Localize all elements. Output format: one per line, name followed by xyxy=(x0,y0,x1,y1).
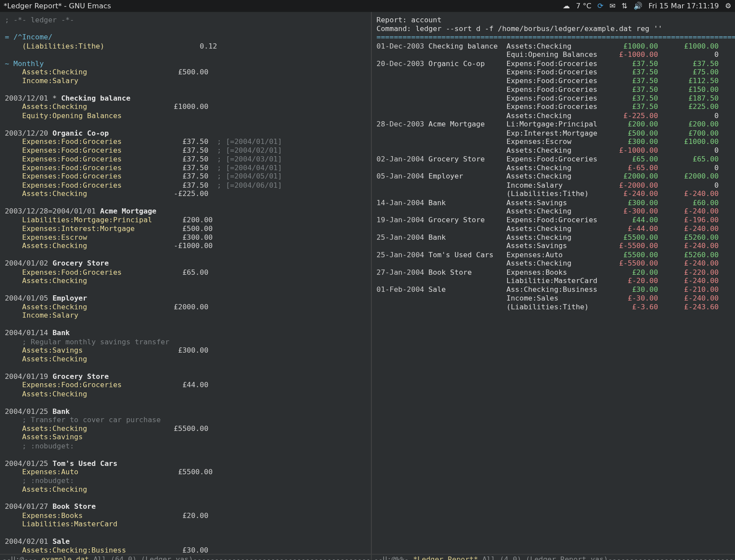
source-line[interactable]: ~ Monthly xyxy=(5,59,366,68)
source-line[interactable]: Expenses:Interest:Mortgage £500.00 xyxy=(5,224,366,233)
source-line[interactable] xyxy=(5,363,366,372)
source-line[interactable]: 2004/01/25 Tom's Used Cars xyxy=(5,459,366,468)
source-line[interactable]: Expenses:Auto £5500.00 xyxy=(5,468,366,476)
source-line[interactable] xyxy=(5,450,366,459)
source-line[interactable]: 2004/01/02 Grocery Store xyxy=(5,259,366,268)
source-line[interactable]: ; -*- ledger -*- xyxy=(5,16,366,24)
source-line[interactable]: ; Transfer to cover car purchase xyxy=(5,416,366,424)
source-line[interactable]: Assets:Checking £1000.00 xyxy=(5,102,366,111)
settings-icon[interactable]: ⚙ xyxy=(725,2,732,10)
source-line[interactable]: Assets:Checking -£1000.00 xyxy=(5,242,366,250)
report-line: Income:Sales £-30.00 £-240.00 xyxy=(377,294,730,302)
modeline-right: --U:@%%- *Ledger Report* All (4,0) (Ledg… xyxy=(372,554,735,560)
source-line[interactable]: Assets:Checking £5500.00 xyxy=(5,424,366,433)
refresh-icon[interactable]: ⟳ xyxy=(598,2,604,10)
source-line[interactable]: Assets:Checking xyxy=(5,389,366,398)
source-line[interactable]: Assets:Checking -£225.00 xyxy=(5,189,366,198)
modeline-left: --U:@--- example.dat All (64,0) (Ledger … xyxy=(0,554,371,560)
source-line[interactable]: ; :nobudget: xyxy=(5,476,366,485)
modeline-prefix: --U:@%%- xyxy=(374,555,413,560)
report-line: 14-Jan-2004 Bank Assets:Savings £300.00 … xyxy=(377,198,730,207)
report-line: Report: account xyxy=(377,16,730,24)
source-line[interactable]: 2003/12/01 * Checking balance xyxy=(5,94,366,102)
report-line: Expens:Food:Groceries £37.50 £75.00 xyxy=(377,68,730,77)
report-line: Assets:Checking £-65.00 0 xyxy=(377,163,730,172)
report-line: (Liabilities:Tithe) £-3.60 £-243.60 xyxy=(377,302,730,311)
pane-ledger-source[interactable]: ; -*- ledger -*-= /^Income/ (Liabilities… xyxy=(0,12,372,560)
report-line: ========================================… xyxy=(377,33,730,42)
report-line: Assets:Checking £-300.00 £-240.00 xyxy=(377,207,730,216)
source-line[interactable]: Assets:Checking:Business £30.00 xyxy=(5,546,366,555)
source-line[interactable] xyxy=(5,198,366,207)
weather-text: 7 °C xyxy=(576,2,591,10)
source-line[interactable]: Assets:Savings £300.00 xyxy=(5,346,366,355)
source-line[interactable]: Expenses:Food:Groceries £37.50 ; [=2004/… xyxy=(5,155,366,164)
source-line[interactable] xyxy=(5,120,366,129)
source-line[interactable] xyxy=(5,528,366,537)
source-line[interactable]: ; :nobudget: xyxy=(5,441,366,450)
source-line[interactable]: Expenses:Food:Groceries £37.50 ; [=2004/… xyxy=(5,163,366,172)
source-line[interactable]: 2004/01/19 Grocery Store xyxy=(5,372,366,381)
mail-icon[interactable]: ✉ xyxy=(609,2,616,10)
source-line[interactable]: Assets:Checking xyxy=(5,276,366,285)
modeline-buffer-name: *Ledger Report* xyxy=(413,555,478,560)
buffer-ledger-report[interactable]: Report: accountCommand: ledger --sort d … xyxy=(372,12,735,311)
report-line: Expenses:Escrow £300.00 £1000.00 xyxy=(377,137,730,146)
report-line: 27-Jan-2004 Book Store Expenses:Books £2… xyxy=(377,268,730,276)
report-line: 25-Jan-2004 Tom's Used Cars Expenses:Aut… xyxy=(377,250,730,259)
report-line: 05-Jan-2004 Employer Assets:Checking £20… xyxy=(377,172,730,181)
source-line[interactable]: Expenses:Food:Groceries £37.50 ; [=2004/… xyxy=(5,172,366,181)
source-line[interactable]: Expenses:Food:Groceries £65.00 xyxy=(5,268,366,276)
report-line: 20-Dec-2003 Organic Co-op Expens:Food:Gr… xyxy=(377,59,730,68)
report-line: 01-Dec-2003 Checking balance Assets:Chec… xyxy=(377,42,730,50)
modeline-dashes: ----------------------------------------… xyxy=(608,555,735,560)
source-line[interactable]: ; Regular monthly savings transfer xyxy=(5,337,366,346)
report-line: Expens:Food:Groceries £37.50 £112.50 xyxy=(377,77,730,85)
source-line[interactable]: Income:Salary xyxy=(5,77,366,85)
source-line[interactable]: Assets:Checking £500.00 xyxy=(5,68,366,77)
report-line: 01-Feb-2004 Sale Ass:Checking:Business £… xyxy=(377,285,730,294)
source-line[interactable] xyxy=(5,250,366,259)
source-line[interactable]: 2004/01/14 Bank xyxy=(5,329,366,337)
source-line[interactable]: Expenses:Escrow £300.00 xyxy=(5,233,366,242)
source-line[interactable] xyxy=(5,285,366,294)
source-line[interactable]: = /^Income/ xyxy=(5,33,366,42)
source-line[interactable]: Liabilities:Mortgage:Principal £200.00 xyxy=(5,216,366,224)
report-line: Assets:Checking £-44.00 £-240.00 xyxy=(377,224,730,233)
source-line[interactable]: Expenses:Food:Groceries £37.50 ; [=2004/… xyxy=(5,181,366,189)
source-line[interactable]: Assets:Checking xyxy=(5,485,366,494)
source-line[interactable]: 2004/01/27 Book Store xyxy=(5,502,366,511)
source-line[interactable]: 2004/02/01 Sale xyxy=(5,537,366,546)
source-line[interactable]: Equity:Opening Balances xyxy=(5,111,366,120)
source-line[interactable]: Income:Salary xyxy=(5,311,366,320)
source-line[interactable] xyxy=(5,85,366,94)
source-line[interactable]: Expenses:Books £20.00 xyxy=(5,511,366,520)
source-line[interactable] xyxy=(5,398,366,407)
source-line[interactable]: Liabilities:MasterCard xyxy=(5,520,366,528)
source-line[interactable]: Assets:Checking £2000.00 xyxy=(5,302,366,311)
source-line[interactable]: 2003/12/28=2004/01/01 Acme Mortgage xyxy=(5,207,366,216)
source-line[interactable]: (Liabilities:Tithe) 0.12 xyxy=(5,42,366,50)
source-line[interactable]: Assets:Checking xyxy=(5,355,366,364)
pane-ledger-report[interactable]: Report: accountCommand: ledger --sort d … xyxy=(372,12,735,560)
source-line[interactable]: 2003/12/20 Organic Co-op xyxy=(5,129,366,137)
source-line[interactable]: Expenses:Food:Groceries £37.50 ; [=2004/… xyxy=(5,137,366,146)
volume-icon[interactable]: 🔊 xyxy=(634,2,643,10)
source-line[interactable] xyxy=(5,320,366,329)
network-icon[interactable]: ⇅ xyxy=(621,2,627,10)
report-line: Exp:Interest:Mortgage £500.00 £700.00 xyxy=(377,129,730,137)
source-line[interactable]: Assets:Savings xyxy=(5,433,366,441)
report-line: 28-Dec-2003 Acme Mortgage Li:Mortgage:Pr… xyxy=(377,120,730,129)
source-line[interactable] xyxy=(5,24,366,33)
report-line: Liabilitie:MasterCard £-20.00 £-240.00 xyxy=(377,276,730,285)
source-line[interactable] xyxy=(5,50,366,59)
desktop-topbar: *Ledger Report* - GNU Emacs ☁ 7 °C ⟳ ✉ ⇅… xyxy=(0,0,735,12)
buffer-ledger-source[interactable]: ; -*- ledger -*-= /^Income/ (Liabilities… xyxy=(0,12,371,560)
source-line[interactable]: Expenses:Food:Groceries £37.50 ; [=2004/… xyxy=(5,146,366,155)
report-line: 19-Jan-2004 Grocery Store Expens:Food:Gr… xyxy=(377,216,730,224)
source-line[interactable]: 2004/01/05 Employer xyxy=(5,294,366,302)
source-line[interactable]: Expenses:Food:Groceries £44.00 xyxy=(5,381,366,389)
report-line: (Liabilities:Tithe) £-240.00 £-240.00 xyxy=(377,189,730,198)
source-line[interactable] xyxy=(5,494,366,502)
source-line[interactable]: 2004/01/25 Bank xyxy=(5,407,366,416)
